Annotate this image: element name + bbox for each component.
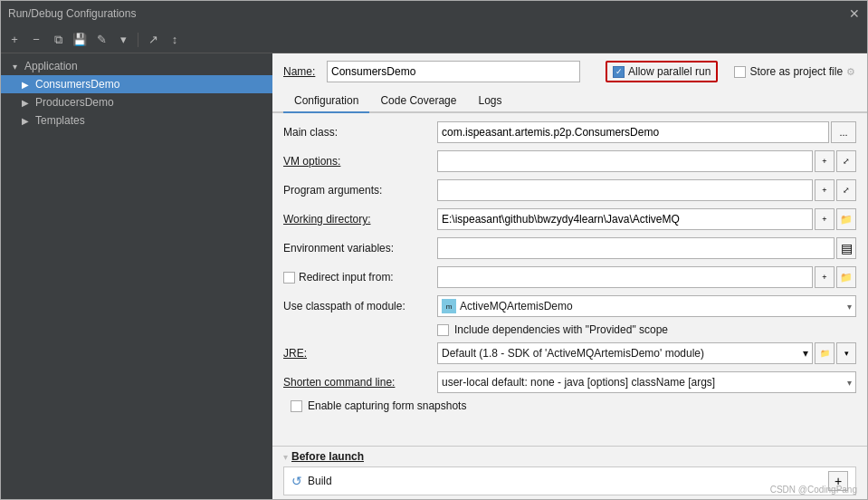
templates-icon: ▶ [19, 116, 32, 126]
shorten-cmd-value: user-local default: none - java [options… [442, 376, 715, 389]
module-select-value: ActiveMQArtemisDemo [460, 300, 573, 312]
vm-options-expand-button[interactable]: + [815, 150, 835, 172]
allow-parallel-checkbox[interactable]: ✓ [613, 66, 625, 78]
tab-configuration[interactable]: Configuration [283, 90, 369, 113]
main-class-label: Main class: [283, 126, 437, 139]
expand-icon: ▾ [8, 62, 21, 72]
env-vars-label: Environment variables: [283, 242, 437, 255]
producers-demo-icon: ▶ [19, 98, 32, 108]
sidebar-item-producers-demo[interactable]: ▶ ProducersDemo [1, 93, 272, 111]
redirect-folder-button[interactable]: 📁 [836, 266, 856, 288]
env-vars-field-group: ▤ [437, 237, 856, 259]
module-select-inner: m ActiveMQArtemisDemo [442, 299, 573, 313]
sort-dropdown-button[interactable]: ▾ [113, 30, 133, 50]
include-deps-checkbox[interactable] [437, 324, 449, 336]
jre-dropdown-button[interactable]: ▾ [836, 342, 856, 364]
tab-logs[interactable]: Logs [467, 90, 512, 113]
enable-snapshots-row: Enable capturing form snapshots [283, 399, 856, 412]
producers-demo-label: ProducersDemo [35, 96, 114, 109]
save-config-button[interactable]: 💾 [70, 30, 90, 50]
tab-code-coverage[interactable]: Code Coverage [369, 90, 467, 113]
redirect-input[interactable] [437, 266, 813, 288]
vm-options-alt-button[interactable]: ⤢ [836, 150, 856, 172]
env-vars-input[interactable] [437, 237, 835, 259]
program-args-expand-button[interactable]: + [815, 179, 835, 201]
redirect-expand-button[interactable]: + [815, 266, 835, 288]
title-bar: Run/Debug Configurations ✕ [1, 1, 867, 26]
vm-options-input[interactable] [437, 150, 813, 172]
main-panel: Name: ✓ Allow parallel run Store as proj… [272, 53, 867, 499]
include-deps-row: Include dependencies with "Provided" sco… [283, 323, 856, 336]
shorten-cmd-select[interactable]: user-local default: none - java [options… [437, 371, 856, 393]
sidebar-group-application[interactable]: ▾ Application [1, 57, 272, 75]
working-dir-row: Working directory: + 📁 [283, 207, 856, 231]
templates-label: Templates [35, 114, 85, 127]
env-vars-row: Environment variables: ▤ [283, 236, 856, 260]
module-select[interactable]: m ActiveMQArtemisDemo ▾ [437, 295, 856, 317]
vm-options-row: VM options: + ⤢ [283, 149, 856, 173]
application-group-label: Application [24, 60, 78, 72]
sidebar-item-templates[interactable]: ▶ Templates [1, 111, 272, 130]
window-title: Run/Debug Configurations [8, 7, 136, 20]
jre-select[interactable]: Default (1.8 - SDK of 'ActiveMQArtemisDe… [437, 342, 813, 364]
main-class-input[interactable] [437, 121, 829, 143]
move-up-button[interactable]: ↗ [143, 30, 163, 50]
working-dir-icons: + 📁 [815, 208, 856, 230]
program-args-row: Program arguments: + ⤢ [283, 178, 856, 202]
working-dir-field-group: + 📁 [437, 208, 856, 230]
sidebar-item-consumers-demo[interactable]: ▶ ConsumersDemo [1, 75, 272, 93]
main-class-field-group: ... [437, 121, 856, 143]
name-row: Name: ✓ Allow parallel run Store as proj… [272, 53, 867, 90]
redirect-label-area: Redirect input from: [283, 271, 437, 284]
shorten-cmd-label: Shorten command line: [283, 376, 437, 389]
enable-snapshots-label: Enable capturing form snapshots [308, 399, 466, 412]
include-deps-label: Include dependencies with "Provided" sco… [454, 323, 668, 336]
env-vars-edit-button[interactable]: ▤ [836, 237, 856, 259]
store-project-checkbox[interactable] [734, 66, 746, 78]
working-dir-input[interactable] [437, 208, 813, 230]
build-label: Build [308, 475, 332, 487]
remove-config-button[interactable]: − [26, 30, 46, 50]
allow-parallel-label: Allow parallel run [628, 65, 711, 78]
before-launch-title: Before launch [291, 450, 364, 463]
working-dir-expand-button[interactable]: + [815, 208, 835, 230]
move-down-button[interactable]: ↕ [165, 30, 185, 50]
module-select-container: m ActiveMQArtemisDemo ▾ [437, 295, 856, 317]
program-args-icons: + ⤢ [815, 179, 856, 201]
before-launch-collapse-icon[interactable]: ▾ [283, 452, 288, 462]
form-area: Main class: ... VM options: + ⤢ [272, 113, 867, 446]
toolbar: + − ⧉ 💾 ✎ ▾ ↗ ↕ [1, 26, 867, 53]
consumers-demo-label: ConsumersDemo [35, 78, 119, 91]
module-icon: m [442, 299, 456, 313]
allow-parallel-box: ✓ Allow parallel run [606, 61, 718, 82]
program-args-input[interactable] [437, 179, 813, 201]
add-config-button[interactable]: + [5, 30, 24, 50]
main-window: Run/Debug Configurations ✕ + − ⧉ 💾 ✎ ▾ ↗… [0, 0, 868, 500]
store-project-row: Store as project file ⚙ [734, 65, 855, 78]
enable-snapshots-checkbox[interactable] [291, 400, 302, 412]
jre-select-value: Default (1.8 - SDK of 'ActiveMQArtemisDe… [442, 347, 704, 360]
content-area: ▾ Application ▶ ConsumersDemo ▶ Producer… [1, 53, 867, 499]
store-project-label: Store as project file [749, 65, 843, 78]
shorten-cmd-row: Shorten command line: user-local default… [283, 370, 856, 394]
working-dir-folder-button[interactable]: 📁 [836, 208, 856, 230]
edit-config-button[interactable]: ✎ [91, 30, 111, 50]
jre-row: JRE: Default (1.8 - SDK of 'ActiveMQArte… [283, 341, 856, 365]
main-class-browse-button[interactable]: ... [831, 121, 856, 143]
jre-field-group: Default (1.8 - SDK of 'ActiveMQArtemisDe… [437, 342, 856, 364]
jre-label: JRE: [283, 347, 437, 360]
name-input[interactable] [327, 61, 580, 82]
build-left: ↺ Build [291, 474, 332, 488]
program-args-alt-button[interactable]: ⤢ [836, 179, 856, 201]
classpath-row: Use classpath of module: m ActiveMQArtem… [283, 294, 856, 318]
tabs-bar: Configuration Code Coverage Logs [272, 90, 867, 113]
jre-folder-button[interactable]: 📁 [815, 342, 835, 364]
redirect-checkbox[interactable] [283, 272, 295, 284]
toolbar-separator [138, 33, 138, 47]
build-icon: ↺ [291, 474, 302, 488]
program-args-label: Program arguments: [283, 184, 437, 197]
redirect-field-group: + 📁 [437, 266, 856, 288]
redirect-input-row: Redirect input from: + 📁 [283, 265, 856, 289]
close-button[interactable]: ✕ [849, 6, 860, 21]
copy-config-button[interactable]: ⧉ [48, 30, 68, 50]
